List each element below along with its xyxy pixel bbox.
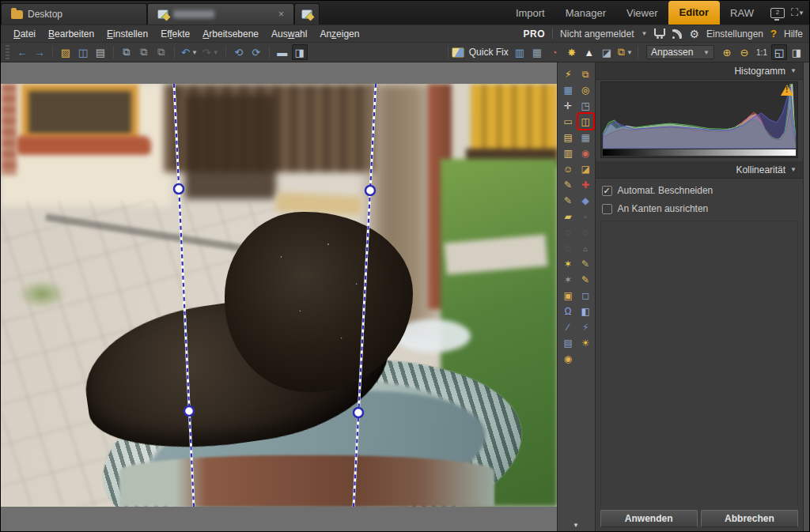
- zoom-tool-icon[interactable]: ◎: [578, 82, 593, 97]
- develop-tool-icon[interactable]: ⧉: [578, 66, 593, 81]
- zoom-in-button[interactable]: ⊕: [719, 44, 735, 60]
- rect-select-tool-icon[interactable]: ▫: [578, 209, 593, 224]
- levels-button[interactable]: ▥: [512, 44, 528, 60]
- rss-feed-icon[interactable]: [672, 29, 682, 39]
- print-button[interactable]: ▤: [93, 44, 108, 60]
- edit-photo-tool-icon[interactable]: ▥: [561, 145, 576, 160]
- image-tab[interactable]: ×: [147, 3, 294, 25]
- histogram-header[interactable]: Histogramm ▼: [596, 62, 803, 80]
- second-monitor-icon[interactable]: 2: [770, 8, 785, 18]
- snap-edges-checkbox[interactable]: [602, 204, 612, 214]
- fullscreen-caret-icon[interactable]: ▼: [798, 9, 804, 17]
- chevron-down-icon[interactable]: ▼: [213, 49, 219, 56]
- filter-tool-icon[interactable]: ⚡: [578, 319, 593, 334]
- menu-bearbeiten[interactable]: Bearbeiten: [42, 26, 100, 42]
- fill-tool-icon[interactable]: ◆: [578, 193, 593, 208]
- guide-handle-1[interactable]: [365, 186, 375, 195]
- tools-scroll-down-icon[interactable]: ▼: [573, 522, 579, 529]
- clipping-warning-icon[interactable]: [781, 85, 793, 96]
- marker-tool-icon[interactable]: ▰: [561, 209, 576, 224]
- account-caret-icon[interactable]: ▼: [641, 30, 647, 37]
- guide-handle-0[interactable]: [174, 184, 184, 194]
- sun-flare-tool-icon[interactable]: ☀: [578, 335, 593, 350]
- undo-button[interactable]: ↶▼: [180, 44, 199, 60]
- collinearity-header[interactable]: Kollinearität ▼: [596, 161, 803, 179]
- open-button[interactable]: ▨: [58, 44, 74, 60]
- ellipse-select-tool-icon[interactable]: ◌: [561, 224, 576, 240]
- apply-button[interactable]: Anwenden: [600, 510, 698, 527]
- grid-panel-tool-icon[interactable]: ▤: [561, 335, 576, 350]
- healing-tool-icon[interactable]: ✚: [578, 177, 593, 192]
- settings-menu[interactable]: Einstellungen: [706, 28, 763, 40]
- clone-stamp-tool-icon[interactable]: ◪: [578, 161, 593, 176]
- view-viewer[interactable]: Viewer: [616, 2, 668, 24]
- adjust-button[interactable]: ◪: [599, 44, 615, 60]
- paste-selection-tool-icon[interactable]: ▣: [561, 288, 576, 303]
- red-eye-tool-icon[interactable]: ◉: [578, 145, 593, 160]
- quick-edits-tool-icon[interactable]: ⚡: [561, 66, 576, 81]
- view-editor[interactable]: Editor: [668, 1, 721, 25]
- rotate-left-button[interactable]: ⟲: [231, 44, 247, 60]
- zoom-100-button[interactable]: 1:1: [754, 44, 770, 60]
- portrait-tool-icon[interactable]: ☺: [561, 161, 576, 176]
- auto-crop-checkbox[interactable]: ✓: [602, 186, 612, 196]
- help-menu[interactable]: Hilfe: [784, 28, 803, 40]
- paste-button[interactable]: ⧉: [136, 44, 152, 60]
- save-button[interactable]: ◫: [75, 44, 91, 60]
- view-import[interactable]: Import: [505, 2, 555, 24]
- guide-handle-2[interactable]: [184, 406, 194, 416]
- zoom-out-button[interactable]: ⊖: [736, 44, 752, 60]
- lasso-select-tool-icon[interactable]: ◌: [578, 224, 593, 240]
- paste-special-button[interactable]: ⧉: [153, 44, 169, 60]
- collinearity-guides[interactable]: [1, 84, 557, 507]
- fit-screen-button[interactable]: ◱: [771, 44, 787, 60]
- shapes-tool-icon[interactable]: ◧: [578, 304, 593, 319]
- copy-button[interactable]: ⧉: [119, 44, 134, 60]
- editor-canvas[interactable]: [1, 62, 557, 531]
- layout-sidepanel-button[interactable]: ◨: [292, 44, 308, 60]
- mesh-warp-tool-icon[interactable]: ▦: [578, 130, 593, 145]
- layout-filmstrip-button[interactable]: ▬: [274, 44, 290, 60]
- view-manager[interactable]: Manager: [555, 2, 616, 24]
- back-button[interactable]: ←: [14, 44, 30, 60]
- brush-tool-icon[interactable]: ✎: [561, 177, 576, 192]
- color-rainbow-button[interactable]: ◔: [547, 44, 562, 60]
- close-tab-icon[interactable]: ×: [278, 9, 284, 19]
- chevron-down-icon[interactable]: ▼: [626, 49, 633, 56]
- freehand-select-tool-icon[interactable]: ◌: [561, 240, 576, 255]
- redo-button[interactable]: ↷▼: [201, 44, 221, 60]
- edge-select-tool-icon[interactable]: ▵: [578, 240, 593, 255]
- gear-icon[interactable]: ⚙: [689, 28, 699, 40]
- selection-frame-tool-icon[interactable]: ◻: [578, 288, 593, 303]
- account-menu[interactable]: Nicht angemeldet: [560, 28, 634, 40]
- magic-wand-tool-icon[interactable]: ✶: [561, 256, 576, 271]
- menu-arbeitsebene[interactable]: Arbeitsebene: [196, 26, 265, 42]
- help-icon[interactable]: ?: [770, 28, 777, 40]
- omega-text-tool-icon[interactable]: Ω: [561, 304, 576, 319]
- zoom-mode-select[interactable]: Anpassen ▼: [646, 45, 714, 59]
- quick-fix-button[interactable]: Quick Fix: [469, 47, 509, 58]
- fit-height-button[interactable]: ◨: [789, 44, 804, 60]
- forward-button[interactable]: →: [32, 44, 47, 60]
- guide-handle-3[interactable]: [354, 408, 363, 417]
- selection-brush-tool-icon[interactable]: ✎: [578, 272, 593, 287]
- fullscreen-icon[interactable]: ⛶: [791, 6, 797, 19]
- white-balance-button[interactable]: ✸: [564, 44, 580, 60]
- menu-effekte[interactable]: Effekte: [154, 26, 196, 42]
- similarity-wand-tool-icon[interactable]: ✶: [561, 272, 576, 287]
- view-raw[interactable]: RAW: [720, 2, 764, 24]
- perspective-tool-icon[interactable]: ▤: [561, 130, 576, 145]
- rotate-right-button[interactable]: ⟳: [248, 44, 264, 60]
- target-tool-icon[interactable]: ◉: [561, 351, 576, 366]
- pen-tool-icon[interactable]: ✎: [561, 193, 576, 208]
- pan-hand-tool-icon[interactable]: ✛: [561, 98, 576, 113]
- straighten-tool-icon[interactable]: ▭: [561, 114, 576, 129]
- batch-button[interactable]: ⧉▼: [616, 44, 634, 60]
- poly-select-tool-icon[interactable]: ✎: [578, 256, 593, 271]
- shop-cart-icon[interactable]: [654, 28, 665, 36]
- menu-einstellen[interactable]: Einstellen: [100, 26, 154, 42]
- cancel-button[interactable]: Abbrechen: [701, 510, 798, 527]
- menu-auswahl[interactable]: Auswahl: [265, 26, 313, 42]
- menu-anzeigen[interactable]: Anzeigen: [313, 26, 365, 42]
- line-tool-icon[interactable]: ∕: [561, 319, 576, 334]
